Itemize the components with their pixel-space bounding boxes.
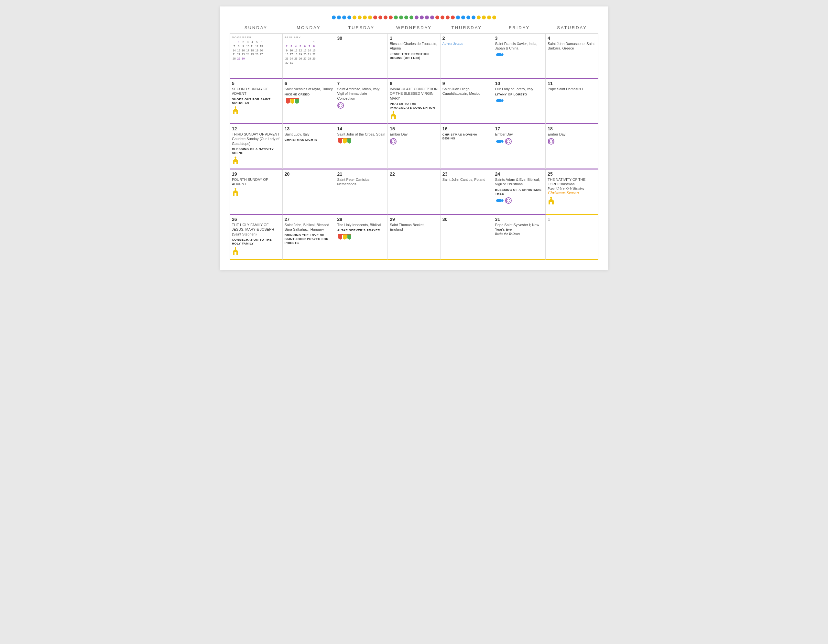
svg-point-14: [339, 104, 342, 107]
cell-day-number: 19: [232, 171, 281, 177]
calendar-cell: 8IMMACULATE CONCEPTION OF THE BLESSED VI…: [388, 79, 441, 124]
cell-icons: [232, 188, 281, 197]
svg-rect-74: [550, 202, 552, 204]
color-dot: [466, 16, 470, 19]
cell-day-number: 12: [232, 126, 281, 131]
color-dot: [492, 16, 496, 19]
cell-icons: [232, 157, 281, 166]
svg-marker-58: [233, 190, 238, 192]
svg-point-26: [496, 99, 497, 100]
cell-day-number: 23: [442, 171, 491, 177]
cell-saint-name: Saint John of the Cross, Spain: [337, 132, 386, 136]
cell-day-number: 9: [442, 81, 491, 86]
cell-saint-name: Blessed Charles de Foucauld, Algeria: [390, 41, 438, 51]
svg-marker-78: [233, 249, 238, 251]
svg-rect-60: [235, 193, 237, 196]
color-dot: [358, 16, 362, 19]
color-dot: [461, 16, 465, 19]
cell-activity: CONSECRATION TO THE HOLY FAMILY: [232, 238, 281, 246]
plate-icon: [337, 102, 344, 110]
cell-saint-name: Pope Saint Damasus I: [547, 87, 596, 91]
mini-calendar-month: NOVEMBER: [232, 36, 281, 39]
color-dot: [368, 16, 372, 19]
svg-point-2: [496, 53, 497, 54]
fish-icon: [495, 139, 503, 144]
svg-point-0: [496, 53, 502, 56]
cell-saint-name: Saint Ambrose, Milan, Italy; Vigil of Im…: [337, 87, 386, 100]
cell-day-number: 3: [495, 36, 544, 41]
cell-activity: CHRISTMAS NOVENA BEGINS: [442, 133, 491, 141]
calendar-cell: JANUARY123456789101112131415161718192021…: [283, 34, 336, 79]
calendar-cell: 27Saint John, Biblical; Blessed Sára Sal…: [283, 215, 336, 260]
cell-saint-name: Saints Adam & Eve, Biblical; Vigil of Ch…: [495, 177, 544, 186]
cell-saint-name: Our Lady of Loreto, Italy: [495, 87, 544, 91]
fish-icon: [495, 198, 503, 204]
svg-rect-32: [235, 162, 237, 164]
cell-activity: CHRISTMAS LIGHTS: [285, 138, 333, 142]
color-dot: [332, 16, 336, 19]
cell-season-label: Christmas Season: [547, 190, 596, 195]
mini-calendar: NOVEMBER12345678910111213141516171819202…: [232, 36, 281, 61]
cell-day-number: 30: [442, 217, 491, 222]
color-dot: [420, 16, 424, 19]
day-headers: SUNDAYMONDAYTUESDAYWEDNESDAYTHURSDAYFRID…: [230, 23, 598, 33]
cell-activity: Recite the Te Deum: [495, 232, 544, 235]
cell-activity: PRAYER TO THE IMMACULATE CONCEPTION: [390, 102, 438, 110]
cell-day-number: 2: [442, 36, 491, 41]
svg-marker-34: [338, 138, 342, 144]
cell-icons: [495, 98, 544, 104]
banner-icon: [337, 234, 353, 241]
color-dot: [451, 16, 455, 19]
cell-icons: [547, 197, 596, 206]
svg-marker-12: [295, 99, 299, 104]
calendar-cell: 1Blessed Charles de Foucauld, AlgeriaJES…: [388, 34, 441, 79]
cell-icons: [390, 138, 438, 146]
calendar-cell: 24Saints Adam & Eve, Biblical; Vigil of …: [493, 169, 546, 215]
cell-activity: JESSE TREE DEVOTION BEGINS (OR 11/28): [390, 52, 438, 60]
color-dot: [384, 16, 387, 19]
cell-icons: [232, 107, 281, 116]
church-icon: [390, 111, 397, 120]
calendar-cell: 31Pope Saint Sylvester I; New Year's Eve…: [493, 215, 546, 260]
calendar-cell: 16CHRISTMAS NOVENA BEGINS: [441, 124, 493, 169]
cell-saint-name: Saint Peter Canisius, Netherlands: [337, 177, 386, 186]
svg-marker-43: [502, 140, 503, 143]
color-dot: [363, 16, 367, 19]
svg-marker-72: [549, 199, 554, 201]
mini-calendar: JANUARY123456789101112131415161718192021…: [285, 36, 333, 65]
calendar-cell: 20: [283, 169, 336, 215]
svg-point-42: [496, 140, 502, 143]
cell-day-number: 7: [337, 81, 386, 86]
svg-marker-36: [347, 138, 351, 144]
calendar-cell: 7Saint Ambrose, Milan, Italy; Vigil of I…: [335, 79, 388, 124]
color-dot: [394, 16, 398, 19]
day-header: TUESDAY: [335, 23, 388, 33]
cell-day-number: 27: [285, 217, 333, 222]
svg-marker-1: [502, 53, 503, 56]
color-dot: [435, 16, 439, 19]
svg-rect-77: [235, 248, 237, 248]
cell-icons: [337, 102, 386, 110]
plate-icon: [505, 138, 512, 146]
cell-saint-name: Saint John Cantius, Poland: [442, 177, 491, 182]
cell-day-number: 16: [442, 126, 491, 131]
cell-saint-name: Saint Juan Diego Cuauhtlatoatzin, Mexico: [442, 87, 491, 96]
color-dot: [373, 16, 377, 19]
cell-day-number: 15: [390, 126, 438, 131]
cell-day-number: 5: [232, 81, 281, 86]
cell-activity: ALTAR SERVER'S PRAYER: [337, 228, 386, 232]
cell-day-number: 1: [390, 36, 438, 41]
svg-rect-23: [392, 116, 394, 119]
cell-activity: DRINKING THE LOVE OF SAINT JOHN: PRAYER …: [285, 233, 333, 245]
svg-point-46: [507, 140, 510, 143]
cell-day-number: 30: [337, 36, 386, 41]
color-dot: [430, 16, 434, 19]
calendar-cell: 26THE HOLY FAMILY OF JESUS, MARY & JOSEP…: [230, 215, 283, 260]
cell-saint-name: Saint Nicholas of Myra, Turkey: [285, 87, 333, 91]
svg-marker-83: [343, 235, 347, 240]
cell-day-number: 13: [285, 126, 333, 131]
day-header: SUNDAY: [230, 23, 282, 33]
cell-day-number: 18: [547, 126, 596, 131]
calendar-cell: 1: [546, 215, 598, 260]
cell-icons: [285, 98, 333, 105]
